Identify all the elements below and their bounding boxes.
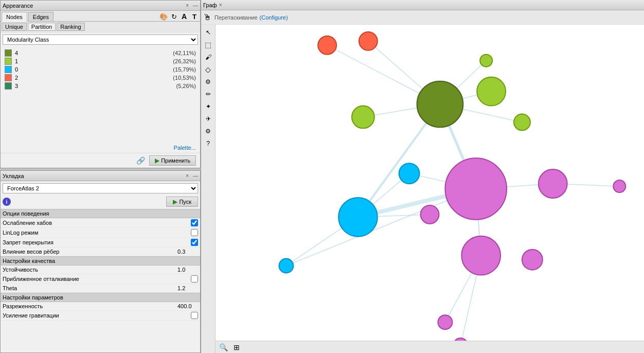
param-theta: Theta 1.2 <box>1 284 200 293</box>
node[interactable] <box>421 205 439 224</box>
graph-canvas <box>216 25 644 353</box>
nodes-group <box>279 32 625 352</box>
appearance-title: Appearance <box>3 3 33 9</box>
graph-svg <box>216 25 644 353</box>
node[interactable] <box>438 315 452 329</box>
tool-pencil[interactable]: ✏ <box>203 89 214 100</box>
node[interactable] <box>359 32 378 50</box>
node[interactable] <box>539 169 567 198</box>
subtab-ranking[interactable]: Ranking <box>57 23 84 31</box>
tool-arrow[interactable]: ↖ <box>203 27 214 38</box>
layout-close[interactable]: × <box>186 173 189 179</box>
palette-row: Palette... <box>1 144 200 153</box>
subtab-partition[interactable]: Partition <box>28 23 56 31</box>
node[interactable] <box>399 163 420 184</box>
bottom-grid[interactable]: ⊞ <box>231 342 242 353</box>
layout-minimize[interactable]: — <box>193 173 198 179</box>
param-stability-value: 1.0 <box>177 267 198 273</box>
apply-button[interactable]: ▶ Применить <box>149 155 196 166</box>
link-icon[interactable]: 🔗 <box>136 156 145 165</box>
run-button[interactable]: ▶ Пуск <box>166 197 198 207</box>
param-sparsity: Разреженность 400.0 <box>1 302 200 311</box>
modularity-dropdown[interactable]: Modularity Class <box>3 34 198 45</box>
color-swatch-1[interactable] <box>5 58 12 65</box>
partition-percent-3: (5,26%) <box>176 83 196 89</box>
node[interactable] <box>279 259 293 273</box>
info-icon[interactable]: i <box>3 198 11 206</box>
node-large[interactable] <box>417 81 463 128</box>
checkbox-approx-repulsion[interactable] <box>191 275 198 283</box>
node-xlarge[interactable] <box>445 158 507 220</box>
checkbox-linlog[interactable] <box>191 229 198 236</box>
graph-content: ↖ ⬚ 🖌 ◇ ⚙ ✏ ✦ ✈ ⚙ ? <box>201 25 644 353</box>
node-medium[interactable] <box>461 236 500 275</box>
checkbox-hub-repulsion[interactable] <box>191 219 198 226</box>
layout-dropdown-row: ForceAtlas 2 <box>1 181 200 196</box>
text-t-icon[interactable]: T <box>190 12 199 21</box>
graph-title-close[interactable]: × <box>219 2 222 8</box>
partition-item-3: 3 (5,26%) <box>5 82 196 90</box>
vertical-toolbar: ↖ ⬚ 🖌 ◇ ⚙ ✏ ✦ ✈ ⚙ ? <box>201 25 216 353</box>
color-swatch-0[interactable] <box>5 66 12 73</box>
bottom-magnifier[interactable]: 🔍 <box>218 342 229 353</box>
tool-question[interactable]: ? <box>203 138 214 149</box>
refresh-icon[interactable]: ↻ <box>169 12 178 21</box>
apply-row: 🔗 ▶ Применить <box>1 153 200 168</box>
appearance-minimize[interactable]: — <box>193 3 198 8</box>
color-swatch-4[interactable] <box>5 49 12 57</box>
partition-percent-0: (15,79%) <box>173 66 196 73</box>
partition-item-1: 1 (26,32%) <box>5 57 196 65</box>
param-theta-value: 1.2 <box>177 285 198 291</box>
tool-paint[interactable]: 🖌 <box>203 51 214 63</box>
appearance-titlebar: Appearance × — <box>1 1 200 11</box>
tool-star[interactable]: ✦ <box>203 101 214 112</box>
color-swatch-3[interactable] <box>5 82 12 90</box>
run-play-icon: ▶ <box>173 198 177 205</box>
section-behavior: Опции поведения <box>1 209 200 218</box>
node[interactable] <box>352 106 374 129</box>
node[interactable] <box>318 36 336 55</box>
tool-rect-select[interactable]: ⬚ <box>203 39 214 50</box>
tool-settings[interactable]: ⚙ <box>203 76 214 87</box>
tab-nodes[interactable]: Nodes <box>2 12 27 22</box>
node[interactable] <box>477 77 506 106</box>
partition-list: 4 (42,11%) 1 (26,32%) 0 (15,79%) 2 (10,5… <box>1 47 200 92</box>
param-sparsity-value: 400.0 <box>177 303 198 309</box>
node[interactable] <box>514 114 530 130</box>
subtab-unique[interactable]: Unique <box>2 23 27 31</box>
layout-algorithm-dropdown[interactable]: ForceAtlas 2 <box>3 183 198 193</box>
checkbox-gravity-boost[interactable] <box>191 312 198 319</box>
param-hub-repulsion: Ослабление хабов <box>1 218 200 228</box>
partition-percent-2: (10,53%) <box>173 75 196 81</box>
appearance-tabs: Nodes Edges 🎨 ↻ A T <box>1 11 200 22</box>
run-label: Пуск <box>179 199 191 205</box>
graph-toolbar-label: Перетаскивание <box>214 14 258 21</box>
param-edge-weight: Влияние весов рёбер 0.3 <box>1 248 200 256</box>
apply-play-icon: ▶ <box>155 157 159 164</box>
color-wheel-icon[interactable]: 🎨 <box>159 12 168 21</box>
node-medium[interactable] <box>338 198 378 237</box>
node[interactable] <box>522 250 543 270</box>
partition-percent-4: (42,11%) <box>173 50 196 56</box>
tool-diamond[interactable]: ◇ <box>203 64 214 75</box>
section-quality: Настройки качества <box>1 256 200 266</box>
apply-label: Применить <box>161 157 190 164</box>
color-swatch-2[interactable] <box>5 74 12 81</box>
appearance-close[interactable]: × <box>186 3 189 8</box>
partition-label-3: 3 <box>15 83 176 89</box>
tool-gear[interactable]: ⚙ <box>203 126 214 137</box>
configure-link[interactable]: (Configure) <box>260 14 288 21</box>
tab-edges[interactable]: Edges <box>28 12 53 21</box>
layout-panel: Укладка × — ForceAtlas 2 i ▶ Пуск <box>0 170 201 353</box>
partition-label-0: 0 <box>15 66 173 73</box>
graph-panel: Граф × 🖱 Перетаскивание (Configure) ↖ ⬚ … <box>201 0 644 353</box>
palette-link[interactable]: Palette... <box>174 145 196 151</box>
node[interactable] <box>613 180 625 192</box>
graph-toolbar: 🖱 Перетаскивание (Configure) <box>201 10 644 25</box>
tool-plane[interactable]: ✈ <box>203 113 214 125</box>
text-a-icon[interactable]: A <box>180 12 189 21</box>
node[interactable] <box>480 55 492 67</box>
checkbox-prevent-overlap[interactable] <box>191 239 198 246</box>
modularity-dropdown-row: Modularity Class <box>1 32 200 47</box>
param-approx-repulsion: Приближенное отталкивание <box>1 274 200 284</box>
